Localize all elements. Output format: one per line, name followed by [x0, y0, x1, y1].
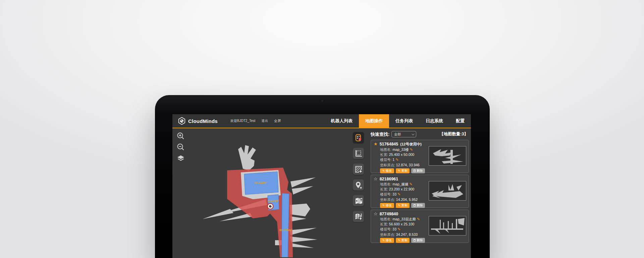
favorite-star-icon[interactable]: ☆: [374, 177, 378, 181]
measure-area-tool[interactable]: [353, 148, 364, 159]
map-card[interactable]: ★ 51764845 (12号使用中) 地图名: map_33楼✎ 长宽: 25…: [371, 140, 469, 173]
map-id: 82186961: [380, 177, 398, 181]
field-label-floor: 楼层号:: [380, 158, 391, 162]
welcome-text: 欢迎BJDT2_Test: [230, 119, 255, 123]
laptop-mockup: CloudMinds 欢迎BJDT2_Test 退出 全屏 机器人列表 地图操作…: [155, 95, 490, 258]
delete-button[interactable]: 删除: [411, 238, 425, 243]
modify-button[interactable]: ✎修改: [380, 203, 394, 208]
add-virtual-wall-icon: [354, 165, 363, 174]
nav-item-log-system[interactable]: 日志系统: [419, 114, 449, 128]
add-point-icon: [354, 181, 363, 189]
robot-map-canvas[interactable]: 40.519m² 8.614m² 80.215m²: [172, 128, 368, 257]
pencil-icon: ✎: [382, 239, 385, 242]
add-virtual-wall-tool[interactable]: [353, 164, 364, 175]
pencil-icon: ✎: [398, 169, 400, 172]
map-viewport[interactable]: 40.519m² 8.614m² 80.215m²: [172, 128, 368, 257]
map-marker-icon: [354, 197, 363, 205]
edit-floor-icon[interactable]: ✎: [397, 227, 400, 231]
zone-label-large: 40.519m²: [254, 181, 267, 184]
upload-map-tool[interactable]: [353, 211, 364, 222]
map-card[interactable]: ☆ 87749840 地图名: map_33层走廊✎ 长宽: 56.600 x …: [371, 210, 469, 243]
field-label-name: 地图名:: [380, 217, 391, 221]
search-filter-select[interactable]: 全部: [391, 131, 416, 137]
brand: CloudMinds: [178, 114, 218, 128]
map-in-use-tag: (12号使用中): [400, 142, 422, 147]
zone-label-small: 8.614m²: [268, 199, 279, 203]
field-label-name: 地图名:: [380, 182, 391, 186]
edit-name-icon[interactable]: ✎: [417, 217, 420, 221]
pencil-icon: ✎: [382, 204, 385, 207]
chevron-down-icon: [412, 132, 415, 135]
add-point-tool[interactable]: [353, 179, 364, 190]
field-label-size: 长宽:: [380, 187, 388, 191]
upload-map-icon: [354, 212, 363, 221]
map-name-value: map_33楼: [392, 147, 409, 152]
task-point-list-icon: [354, 133, 363, 142]
modify-button[interactable]: ✎修改: [380, 168, 394, 173]
card-actions: ✎修改 ✎复制 删除: [380, 238, 466, 243]
map-thumbnail[interactable]: [429, 216, 466, 235]
map-count-badge: 【地图数量:3】: [439, 131, 468, 137]
measure-area-icon: [354, 149, 363, 158]
copy-button[interactable]: ✎复制: [396, 238, 410, 243]
field-label-origin: 坐标原点:: [380, 232, 395, 236]
edit-name-icon[interactable]: ✎: [410, 147, 413, 152]
app-screen: CloudMinds 欢迎BJDT2_Test 退出 全屏 机器人列表 地图操作…: [172, 114, 471, 258]
map-thumbnail-image: [429, 181, 466, 200]
session-links: 欢迎BJDT2_Test 退出 全屏: [230, 114, 281, 128]
field-label-floor: 楼层号:: [380, 227, 391, 231]
logout-link[interactable]: 退出: [261, 119, 268, 123]
zoom-in-icon[interactable]: [176, 132, 185, 140]
zoom-out-icon[interactable]: [176, 143, 185, 152]
layers-icon[interactable]: [176, 154, 185, 163]
map-marker-tool[interactable]: [353, 195, 364, 206]
zone-label-corridor: 80.215m²: [279, 228, 292, 232]
modify-button[interactable]: ✎修改: [380, 238, 394, 243]
favorite-star-icon[interactable]: ★: [374, 142, 378, 146]
nav-item-config[interactable]: 配置: [449, 114, 471, 128]
search-filter-value: 全部: [394, 132, 401, 137]
webcam-dot: [322, 100, 323, 102]
map-tool-column: [353, 132, 365, 222]
nav-item-map-operation[interactable]: 地图操作: [359, 114, 389, 128]
map-thumbnail[interactable]: [429, 181, 466, 201]
card-actions: ✎修改 ✎复制 删除: [380, 203, 466, 208]
map-card[interactable]: ☆ 82186961 地图名: map_腿腿✎ 长宽: 23.200 x 22.…: [371, 175, 469, 208]
edit-floor-icon[interactable]: ✎: [395, 158, 398, 162]
favorite-star-icon[interactable]: ☆: [374, 212, 378, 216]
field-label-name: 地图名:: [380, 147, 391, 152]
map-controls: [176, 132, 185, 163]
robot-position-marker[interactable]: [268, 204, 273, 209]
map-thumbnail-image: [429, 146, 466, 165]
floor-value: 33: [392, 192, 396, 196]
field-label-size: 长宽:: [380, 222, 388, 226]
map-thumbnail-image: [429, 216, 466, 235]
brand-name: CloudMinds: [188, 118, 218, 124]
trash-icon: [414, 239, 416, 242]
origin-value: 12.874, 33.946: [396, 163, 420, 167]
top-navbar: CloudMinds 欢迎BJDT2_Test 退出 全屏 机器人列表 地图操作…: [172, 114, 471, 128]
nav-item-robot-list[interactable]: 机器人列表: [324, 114, 359, 128]
floor-value: 33: [392, 227, 396, 231]
map-size-value: 56.600 x 25.100: [389, 222, 414, 226]
delete-button[interactable]: 删除: [411, 168, 425, 173]
delete-button[interactable]: 删除: [411, 203, 425, 208]
pencil-icon: ✎: [398, 239, 400, 242]
pencil-icon: ✎: [382, 169, 385, 172]
quick-search-label: 快速查找:: [371, 131, 389, 137]
floor-value: 1: [392, 158, 394, 162]
edit-name-icon[interactable]: ✎: [410, 182, 413, 186]
nav-item-task-list[interactable]: 任务列表: [389, 114, 419, 128]
fullscreen-link[interactable]: 全屏: [274, 119, 281, 123]
field-label-floor: 楼层号:: [380, 192, 391, 196]
map-name-value: map_33层走廊: [392, 217, 416, 221]
cloudminds-logo-icon: [178, 117, 186, 125]
field-label-size: 长宽:: [380, 153, 388, 157]
task-point-list-tool[interactable]: [353, 132, 364, 143]
map-list-panel: 快速查找: 全部 【地图数量:3】 ★ 51764845 (12号使用中): [368, 128, 471, 257]
map-thumbnail[interactable]: [429, 146, 466, 166]
edit-floor-icon[interactable]: ✎: [397, 192, 400, 196]
copy-button[interactable]: ✎复制: [396, 168, 410, 173]
copy-button[interactable]: ✎复制: [396, 203, 410, 208]
map-size-value: 23.200 x 22.900: [389, 187, 414, 191]
